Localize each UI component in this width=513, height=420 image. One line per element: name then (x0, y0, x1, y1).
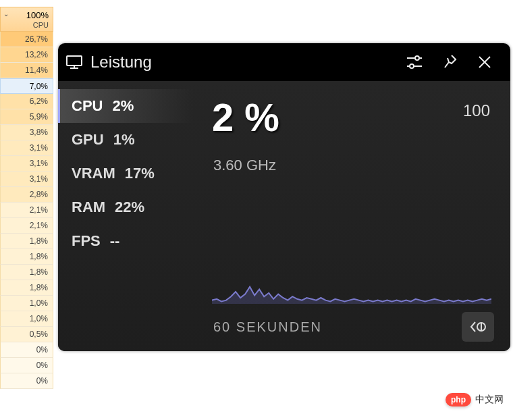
cpu-row[interactable]: 3,1% (0, 140, 53, 156)
metric-list: CPU2%GPU1%VRAM17%RAM22%FPS-- (58, 81, 193, 351)
cpu-row[interactable]: 0% (0, 373, 53, 389)
cpu-row[interactable]: 1,8% (0, 249, 53, 265)
cpu-row[interactable]: 1,8% (0, 280, 53, 296)
cpu-row[interactable]: 1,8% (0, 265, 53, 280)
metric-vram[interactable]: VRAM17% (58, 157, 193, 190)
metric-value: 22% (115, 199, 144, 216)
metric-value: -- (110, 232, 120, 250)
x-axis-label: 60 SEKUNDEN (213, 319, 322, 335)
cpu-row[interactable]: 0% (0, 342, 53, 358)
cpu-total-percent: 100% (26, 10, 49, 20)
cpu-row[interactable]: 5,9% (0, 109, 53, 125)
metric-cpu[interactable]: CPU2% (58, 89, 193, 123)
metric-label: CPU (72, 97, 103, 115)
taskmgr-cpu-column: ⌄ 100% CPU 26,7%13,2%11,4%7,0%6,2%5,9%3,… (0, 7, 53, 389)
selected-metric-value: 2 % (212, 95, 279, 140)
cpu-row[interactable]: 1,8% (0, 234, 53, 249)
metric-gpu[interactable]: GPU1% (58, 123, 193, 157)
metric-label: RAM (72, 199, 105, 216)
cpu-row[interactable]: 3,1% (0, 156, 53, 172)
metric-ram[interactable]: RAM22% (58, 190, 193, 224)
metric-label: VRAM (72, 165, 115, 182)
cpu-row[interactable]: 7,0% (0, 78, 53, 94)
cpu-column-label: CPU (3, 21, 49, 30)
metric-value: 1% (113, 131, 135, 149)
svg-rect-0 (67, 56, 82, 65)
watermark-text: 中文网 (475, 394, 504, 406)
cpu-row[interactable]: 3,1% (0, 172, 53, 187)
cpu-row[interactable]: 2,1% (0, 218, 53, 234)
watermark-pill: php (446, 393, 471, 406)
svg-point-4 (415, 56, 419, 60)
metric-value: 17% (125, 165, 155, 182)
metric-label: FPS (72, 232, 101, 250)
widget-body: CPU2%GPU1%VRAM17%RAM22%FPS-- 2 % 100 3.6… (58, 81, 510, 351)
cpu-row[interactable]: 1,0% (0, 311, 53, 327)
cpu-row[interactable]: 6,2% (0, 94, 53, 109)
widget-title: Leistung (90, 53, 397, 72)
cpu-row[interactable]: 13,2% (0, 47, 53, 63)
cpu-row[interactable]: 2,1% (0, 203, 53, 218)
metric-fps[interactable]: FPS-- (58, 224, 193, 258)
monitor-icon (66, 55, 82, 69)
cpu-row[interactable]: 1,0% (0, 296, 53, 311)
metric-label: GPU (72, 131, 104, 149)
cpu-column-header[interactable]: ⌄ 100% CPU (0, 7, 53, 32)
cpu-row[interactable]: 3,8% (0, 125, 53, 140)
svg-point-6 (410, 64, 414, 68)
usage-chart (212, 182, 491, 304)
cpu-frequency: 3.60 GHz (213, 157, 276, 174)
settings-icon[interactable] (397, 55, 432, 70)
y-axis-min-button[interactable] (462, 312, 494, 342)
metric-value: 2% (112, 97, 134, 115)
cpu-row[interactable]: 0% (0, 358, 53, 373)
watermark: php 中文网 (446, 393, 504, 406)
chart-pane: 2 % 100 3.60 GHz 60 SEKUNDEN (193, 81, 510, 351)
cpu-row[interactable]: 0,5% (0, 327, 53, 342)
cpu-row[interactable]: 26,7% (0, 32, 53, 47)
y-axis-max: 100 (463, 101, 490, 120)
cpu-row[interactable]: 2,8% (0, 187, 53, 203)
performance-widget: Leistung CPU2%GPU1%VRAM17%RAM22%FPS-- 2 … (58, 43, 510, 351)
widget-titlebar[interactable]: Leistung (58, 43, 510, 81)
cpu-row[interactable]: 11,4% (0, 63, 53, 78)
close-icon[interactable] (467, 55, 502, 70)
chevron-down-icon: ⌄ (3, 10, 9, 18)
pin-icon[interactable] (432, 54, 467, 70)
